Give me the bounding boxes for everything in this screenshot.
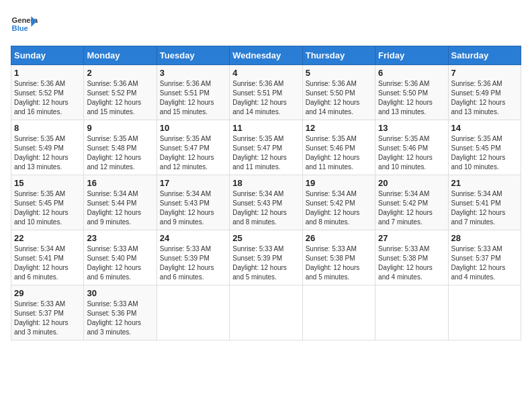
day-info: Sunrise: 5:33 AM Sunset: 5:37 PM Dayligh… [451, 244, 518, 282]
svg-text:Blue: Blue [12, 24, 28, 32]
day-number: 17 [160, 178, 226, 188]
calendar-week-2: 8Sunrise: 5:35 AM Sunset: 5:49 PM Daylig… [11, 120, 521, 175]
day-number: 11 [232, 123, 299, 133]
day-number: 15 [14, 178, 81, 188]
calendar-cell: 20Sunrise: 5:34 AM Sunset: 5:42 PM Dayli… [375, 175, 448, 230]
calendar-cell: 21Sunrise: 5:34 AM Sunset: 5:41 PM Dayli… [448, 175, 521, 230]
day-info: Sunrise: 5:33 AM Sunset: 5:40 PM Dayligh… [87, 244, 153, 282]
day-info: Sunrise: 5:33 AM Sunset: 5:37 PM Dayligh… [14, 300, 81, 337]
day-number: 18 [232, 178, 299, 188]
calendar-cell: 18Sunrise: 5:34 AM Sunset: 5:43 PM Dayli… [230, 175, 302, 230]
calendar-cell: 23Sunrise: 5:33 AM Sunset: 5:40 PM Dayli… [84, 230, 157, 285]
calendar-cell: 16Sunrise: 5:34 AM Sunset: 5:44 PM Dayli… [84, 175, 157, 230]
col-saturday: Saturday [448, 46, 521, 65]
day-number: 30 [87, 288, 153, 298]
day-number: 2 [87, 68, 153, 78]
day-number: 26 [306, 233, 372, 243]
col-wednesday: Wednesday [230, 46, 302, 65]
calendar-cell: 9Sunrise: 5:35 AM Sunset: 5:48 PM Daylig… [84, 120, 157, 175]
day-number: 27 [378, 233, 445, 243]
calendar-cell [157, 285, 229, 340]
col-tuesday: Tuesday [157, 46, 229, 65]
calendar-cell: 3Sunrise: 5:36 AM Sunset: 5:51 PM Daylig… [157, 65, 229, 120]
day-info: Sunrise: 5:34 AM Sunset: 5:42 PM Dayligh… [378, 189, 445, 227]
day-number: 1 [14, 68, 81, 78]
calendar-cell: 17Sunrise: 5:34 AM Sunset: 5:43 PM Dayli… [157, 175, 229, 230]
calendar-cell: 19Sunrise: 5:34 AM Sunset: 5:42 PM Dayli… [302, 175, 375, 230]
day-number: 14 [451, 123, 518, 133]
day-info: Sunrise: 5:33 AM Sunset: 5:38 PM Dayligh… [378, 244, 445, 282]
day-number: 24 [160, 233, 226, 243]
day-number: 8 [14, 123, 81, 133]
day-info: Sunrise: 5:34 AM Sunset: 5:41 PM Dayligh… [451, 189, 518, 227]
calendar-cell: 6Sunrise: 5:36 AM Sunset: 5:50 PM Daylig… [375, 65, 448, 120]
calendar-cell: 15Sunrise: 5:35 AM Sunset: 5:45 PM Dayli… [11, 175, 84, 230]
calendar-cell: 29Sunrise: 5:33 AM Sunset: 5:37 PM Dayli… [11, 285, 84, 340]
day-number: 16 [87, 178, 153, 188]
day-info: Sunrise: 5:35 AM Sunset: 5:47 PM Dayligh… [160, 134, 226, 172]
calendar-cell: 24Sunrise: 5:33 AM Sunset: 5:39 PM Dayli… [157, 230, 229, 285]
day-info: Sunrise: 5:34 AM Sunset: 5:42 PM Dayligh… [306, 189, 372, 227]
day-number: 5 [306, 68, 372, 78]
calendar-cell: 30Sunrise: 5:33 AM Sunset: 5:36 PM Dayli… [84, 285, 157, 340]
calendar-body: 1Sunrise: 5:36 AM Sunset: 5:52 PM Daylig… [11, 65, 521, 340]
day-number: 23 [87, 233, 153, 243]
calendar-cell: 5Sunrise: 5:36 AM Sunset: 5:50 PM Daylig… [302, 65, 375, 120]
calendar-cell: 25Sunrise: 5:33 AM Sunset: 5:39 PM Dayli… [230, 230, 302, 285]
calendar-cell: 1Sunrise: 5:36 AM Sunset: 5:52 PM Daylig… [11, 65, 84, 120]
calendar-cell: 7Sunrise: 5:36 AM Sunset: 5:49 PM Daylig… [448, 65, 521, 120]
col-thursday: Thursday [302, 46, 375, 65]
day-info: Sunrise: 5:34 AM Sunset: 5:43 PM Dayligh… [232, 189, 299, 227]
day-info: Sunrise: 5:35 AM Sunset: 5:47 PM Dayligh… [232, 134, 299, 172]
day-number: 20 [378, 178, 445, 188]
day-number: 4 [232, 68, 299, 78]
day-number: 7 [451, 68, 518, 78]
day-info: Sunrise: 5:36 AM Sunset: 5:51 PM Dayligh… [160, 79, 226, 117]
day-number: 9 [87, 123, 153, 133]
calendar-cell: 28Sunrise: 5:33 AM Sunset: 5:37 PM Dayli… [448, 230, 521, 285]
col-sunday: Sunday [11, 46, 84, 65]
day-info: Sunrise: 5:34 AM Sunset: 5:43 PM Dayligh… [160, 189, 226, 227]
day-number: 3 [160, 68, 226, 78]
calendar-cell: 14Sunrise: 5:35 AM Sunset: 5:45 PM Dayli… [448, 120, 521, 175]
day-number: 13 [378, 123, 445, 133]
calendar-cell: 27Sunrise: 5:33 AM Sunset: 5:38 PM Dayli… [375, 230, 448, 285]
calendar-cell [375, 285, 448, 340]
calendar-header: Sunday Monday Tuesday Wednesday Thursday… [11, 46, 521, 65]
calendar-cell: 10Sunrise: 5:35 AM Sunset: 5:47 PM Dayli… [157, 120, 229, 175]
day-info: Sunrise: 5:36 AM Sunset: 5:51 PM Dayligh… [232, 79, 299, 117]
day-info: Sunrise: 5:36 AM Sunset: 5:49 PM Dayligh… [451, 79, 518, 117]
day-number: 10 [160, 123, 226, 133]
day-info: Sunrise: 5:35 AM Sunset: 5:45 PM Dayligh… [14, 189, 81, 227]
day-number: 6 [378, 68, 445, 78]
calendar-week-3: 15Sunrise: 5:35 AM Sunset: 5:45 PM Dayli… [11, 175, 521, 230]
calendar-cell: 11Sunrise: 5:35 AM Sunset: 5:47 PM Dayli… [230, 120, 302, 175]
day-info: Sunrise: 5:34 AM Sunset: 5:44 PM Dayligh… [87, 189, 153, 227]
day-info: Sunrise: 5:36 AM Sunset: 5:50 PM Dayligh… [378, 79, 445, 117]
day-info: Sunrise: 5:34 AM Sunset: 5:41 PM Dayligh… [14, 244, 81, 282]
col-monday: Monday [84, 46, 157, 65]
day-info: Sunrise: 5:33 AM Sunset: 5:36 PM Dayligh… [87, 300, 153, 337]
day-number: 12 [306, 123, 372, 133]
calendar-cell: 12Sunrise: 5:35 AM Sunset: 5:46 PM Dayli… [302, 120, 375, 175]
calendar-cell [448, 285, 521, 340]
calendar-cell: 22Sunrise: 5:34 AM Sunset: 5:41 PM Dayli… [11, 230, 84, 285]
day-info: Sunrise: 5:33 AM Sunset: 5:39 PM Dayligh… [160, 244, 226, 282]
calendar-cell [302, 285, 375, 340]
day-info: Sunrise: 5:35 AM Sunset: 5:48 PM Dayligh… [87, 134, 153, 172]
day-number: 25 [232, 233, 299, 243]
calendar-cell [230, 285, 302, 340]
day-info: Sunrise: 5:33 AM Sunset: 5:38 PM Dayligh… [306, 244, 372, 282]
day-number: 21 [451, 178, 518, 188]
calendar-week-4: 22Sunrise: 5:34 AM Sunset: 5:41 PM Dayli… [11, 230, 521, 285]
calendar-cell: 26Sunrise: 5:33 AM Sunset: 5:38 PM Dayli… [302, 230, 375, 285]
day-info: Sunrise: 5:35 AM Sunset: 5:49 PM Dayligh… [14, 134, 81, 172]
logo: General Blue [11, 11, 40, 38]
calendar-cell: 8Sunrise: 5:35 AM Sunset: 5:49 PM Daylig… [11, 120, 84, 175]
header-row: Sunday Monday Tuesday Wednesday Thursday… [11, 46, 521, 65]
calendar-week-5: 29Sunrise: 5:33 AM Sunset: 5:37 PM Dayli… [11, 285, 521, 340]
calendar-cell: 13Sunrise: 5:35 AM Sunset: 5:46 PM Dayli… [375, 120, 448, 175]
col-friday: Friday [375, 46, 448, 65]
day-number: 19 [306, 178, 372, 188]
day-info: Sunrise: 5:35 AM Sunset: 5:46 PM Dayligh… [306, 134, 372, 172]
